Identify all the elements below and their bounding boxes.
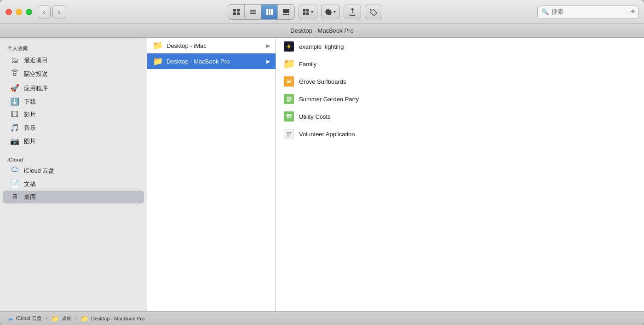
sidebar-item-movies[interactable]: 🎞 影片	[3, 108, 144, 121]
desktop-macbook-label: Desktop - MacBook Pro	[167, 58, 263, 65]
column-2: example_lighting 📁 Family	[276, 38, 644, 311]
svg-rect-11	[283, 14, 285, 15]
sidebar-item-apps[interactable]: 🚀 应用程序	[3, 81, 144, 95]
summer-garden-party-item[interactable]: Summer Garden Party	[276, 90, 644, 108]
sidebar-label-music: 音乐	[24, 124, 36, 132]
svg-rect-30	[287, 99, 292, 99]
gallery-view-btn[interactable]	[278, 5, 294, 19]
svg-rect-39	[287, 134, 291, 134]
utility-costs-item[interactable]: Utility Costs	[276, 108, 644, 125]
minimize-button[interactable]	[16, 9, 22, 15]
breadcrumb-folder-1: 📁	[51, 315, 59, 322]
svg-rect-13	[288, 14, 289, 15]
svg-point-18	[371, 10, 372, 11]
svg-rect-38	[287, 133, 291, 133]
svg-rect-4	[250, 10, 256, 11]
volunteer-application-item[interactable]: Volunteer Application	[276, 125, 644, 143]
example-lighting-label: example_lighting	[299, 43, 637, 50]
family-folder-icon: 📁	[283, 58, 294, 70]
movies-icon: 🎞	[10, 110, 19, 119]
desktop-imac-item[interactable]: 📁 Desktop - iMac ▶	[147, 38, 276, 53]
maximize-button[interactable]	[26, 9, 32, 15]
airdrop-icon	[10, 69, 19, 79]
svg-rect-9	[271, 9, 273, 15]
sidebar-label-icloud-drive: iCloud 云盘	[24, 167, 54, 175]
grove-surfboards-icon	[283, 76, 294, 87]
desktop-imac-label: Desktop - iMac	[167, 42, 263, 49]
toolbar-right: 🔍	[537, 6, 638, 18]
family-item[interactable]: 📁 Family	[276, 55, 644, 73]
icloud-drive-icon	[10, 167, 19, 175]
svg-rect-40	[287, 135, 290, 135]
downloads-icon: ⬇️	[10, 97, 19, 106]
volunteer-application-icon	[283, 128, 294, 139]
column-view: 📁 Desktop - iMac ▶ 📁 Desktop - MacBook P…	[147, 38, 644, 311]
example-lighting-icon	[283, 41, 294, 52]
chevron-icon: ▶	[266, 43, 270, 49]
svg-rect-7	[266, 9, 268, 15]
breadcrumb-sep-1: ›	[46, 316, 47, 321]
svg-rect-5	[250, 12, 256, 12]
svg-rect-32	[287, 101, 290, 101]
grove-surfboards-item[interactable]: Grove Surfboards	[276, 73, 644, 90]
svg-rect-29	[287, 98, 292, 99]
group-by-dropdown[interactable]: ▾	[299, 5, 317, 19]
sidebar-item-icloud-drive[interactable]: iCloud 云盘	[3, 164, 144, 177]
back-button[interactable]: ‹	[38, 6, 51, 18]
column-view-btn[interactable]	[261, 5, 278, 19]
svg-rect-31	[287, 100, 292, 100]
apps-icon: 🚀	[10, 84, 19, 93]
summer-garden-party-label: Summer Garden Party	[299, 96, 637, 103]
svg-rect-12	[285, 14, 287, 15]
svg-rect-3	[237, 12, 240, 15]
sidebar-item-documents[interactable]: 📄 文稿	[3, 177, 144, 191]
finder-window: ‹ ›	[0, 0, 644, 325]
svg-rect-6	[250, 13, 256, 14]
sidebar-item-airdrop[interactable]: 隔空投送	[3, 67, 144, 81]
breadcrumb-sep-2: ›	[75, 316, 77, 321]
close-button[interactable]	[6, 9, 12, 15]
sidebar: 个人收藏 🗂 最近项目 隔空投送 🚀 应用程序	[0, 38, 147, 311]
svg-rect-25	[287, 80, 292, 81]
sidebar-label-apps: 应用程序	[24, 84, 48, 93]
search-input[interactable]	[552, 8, 634, 15]
sidebar-item-recents[interactable]: 🗂 最近项目	[3, 54, 144, 67]
search-icon: 🔍	[541, 8, 549, 15]
chevron-icon-selected: ▶	[266, 58, 270, 64]
personal-section-label: 个人收藏	[0, 41, 147, 54]
sidebar-item-pictures[interactable]: 📷 图片	[3, 134, 144, 148]
breadcrumb-folder-2: 📁	[80, 315, 88, 322]
sidebar-label-desktop: 桌面	[24, 193, 36, 201]
icon-view-btn[interactable]	[228, 5, 245, 19]
utility-costs-icon	[283, 111, 294, 122]
sidebar-label-downloads: 下载	[24, 98, 36, 106]
documents-icon: 📄	[10, 180, 19, 188]
folder-icon-imac: 📁	[153, 41, 163, 51]
desktop-macbook-item[interactable]: 📁 Desktop - MacBook Pro ▶	[147, 53, 276, 69]
recents-icon: 🗂	[10, 56, 19, 64]
view-mode-group	[228, 4, 295, 20]
forward-button[interactable]: ›	[52, 6, 65, 18]
svg-point-20	[288, 45, 290, 48]
svg-rect-8	[269, 9, 270, 15]
svg-rect-16	[303, 12, 305, 14]
sidebar-label-movies: 影片	[24, 110, 36, 119]
svg-rect-28	[287, 97, 292, 98]
add-tab-button[interactable]: +	[627, 6, 638, 17]
gear-dropdown[interactable]: ▾	[321, 5, 340, 19]
summer-garden-party-icon	[283, 93, 294, 104]
sidebar-item-music[interactable]: 🎵 音乐	[3, 121, 144, 134]
tag-button[interactable]	[365, 5, 382, 19]
svg-rect-34	[289, 114, 292, 116]
sidebar-label-recents: 最近项目	[24, 56, 48, 64]
example-lighting-item[interactable]: example_lighting	[276, 38, 644, 55]
list-view-btn[interactable]	[245, 5, 261, 19]
sidebar-item-desktop[interactable]: 🖥 桌面	[3, 191, 144, 203]
share-button[interactable]	[344, 5, 361, 19]
sidebar-label-documents: 文稿	[24, 180, 36, 188]
sidebar-item-downloads[interactable]: ⬇️ 下载	[3, 95, 144, 108]
family-label: Family	[299, 61, 637, 68]
search-box[interactable]: 🔍	[537, 6, 638, 18]
svg-rect-33	[287, 114, 289, 116]
main-content: 个人收藏 🗂 最近项目 隔空投送 🚀 应用程序	[0, 38, 644, 311]
